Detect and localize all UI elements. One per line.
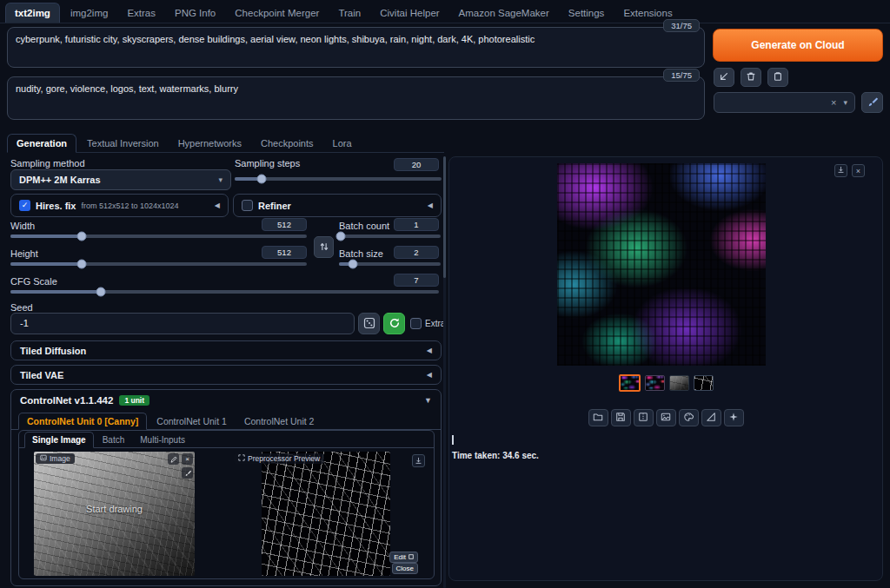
tab-extras[interactable]: Extras [118, 3, 164, 23]
preprocessor-preview-label-text: Preprocessor Preview [248, 454, 320, 463]
tab-amazon-sagemaker[interactable]: Amazon SageMaker [450, 3, 558, 23]
height-slider[interactable] [10, 262, 307, 266]
swap-dimensions-button[interactable] [314, 236, 334, 258]
tab-txt2img[interactable]: txt2img [5, 3, 60, 23]
send-to-inpaint-button[interactable] [679, 409, 699, 426]
gallery-thumbnail-3[interactable] [669, 375, 689, 391]
send-to-img2img-button[interactable] [656, 409, 676, 426]
tab-textual-inversion[interactable]: Textual Inversion [78, 135, 168, 152]
time-taken-text: Time taken: 34.6 sec. [452, 451, 539, 460]
arrow-down-left-icon [719, 71, 729, 83]
controlnet-header[interactable]: ControlNet v1.1.442 1 unit ▼ [11, 390, 441, 411]
batch-size-value[interactable]: 2 [394, 246, 439, 259]
extra-seed-checkbox[interactable] [410, 318, 422, 329]
brush-icon[interactable] [182, 467, 193, 479]
tab-civitai-helper[interactable]: Civitai Helper [371, 3, 448, 23]
open-folder-button[interactable] [588, 409, 608, 426]
prompt-tools [714, 68, 788, 87]
output-toolbar [449, 409, 882, 426]
controlnet-unit-content: Single Image Batch Multi-Inputs Start dr… [18, 430, 435, 579]
save-image-button[interactable] [611, 409, 631, 426]
info-text-cursor [452, 435, 454, 445]
gallery-thumbnail-4[interactable] [694, 375, 714, 391]
left-panel-scrollbar[interactable] [443, 156, 446, 588]
batch-count-value[interactable]: 1 [394, 218, 439, 231]
batch-size-slider[interactable] [339, 262, 441, 266]
prompt-input[interactable]: cyberpunk, futuristic city, skyscrapers,… [7, 27, 705, 68]
reuse-seed-button[interactable] [383, 313, 405, 334]
close-gallery-button[interactable]: × [852, 164, 865, 177]
close-icon[interactable]: × [182, 453, 193, 465]
send-to-extras-button[interactable] [701, 409, 721, 426]
collapse-icon: ◀ [427, 371, 432, 379]
tab-img2img[interactable]: img2img [62, 3, 116, 23]
folder-icon [593, 412, 603, 424]
tab-settings[interactable]: Settings [560, 3, 614, 23]
tab-multi-inputs[interactable]: Multi-Inputs [133, 433, 192, 447]
tab-controlnet-unit-1[interactable]: ControlNet Unit 1 [149, 413, 235, 429]
apply-styles-button[interactable] [767, 68, 788, 87]
gallery-thumbnail-1[interactable] [619, 374, 641, 392]
width-value[interactable]: 512 [262, 218, 307, 231]
collapse-icon[interactable]: ◀ [428, 202, 433, 209]
expand-icon[interactable]: ▼ [424, 396, 432, 405]
height-value[interactable]: 512 [262, 246, 307, 259]
read-params-button[interactable] [714, 68, 734, 87]
image-pane-label-text: Image [50, 454, 70, 463]
clear-style-icon[interactable]: × [831, 97, 836, 108]
tab-lora[interactable]: Lora [324, 135, 361, 152]
tab-generation[interactable]: Generation [7, 134, 76, 153]
clipboard-icon [773, 71, 783, 83]
hires-fix-checkbox[interactable]: ✓ [19, 200, 30, 211]
styles-dropdown[interactable]: × ▾ [714, 92, 855, 113]
negative-prompt-input[interactable]: nudity, gore, violence, logos, text, wat… [7, 76, 705, 120]
download-image-button[interactable] [834, 164, 847, 177]
tab-controlnet-unit-2[interactable]: ControlNet Unit 2 [236, 413, 322, 429]
width-label: Width [10, 221, 35, 231]
generated-image-preview[interactable] [557, 163, 766, 366]
width-slider[interactable] [10, 235, 307, 238]
tiled-diffusion-accordion[interactable]: Tiled Diffusion ◀ [10, 340, 442, 360]
pencil-icon[interactable] [168, 453, 179, 465]
preprocessor-preview-image [262, 452, 390, 576]
controlnet-image-canvas[interactable]: Start drawing × [34, 452, 195, 576]
seed-input[interactable]: -1 [10, 313, 355, 334]
edit-preview-button[interactable]: Edit [389, 552, 418, 563]
seed-label: Seed [10, 302, 33, 313]
tab-batch[interactable]: Batch [96, 433, 132, 447]
clear-prompt-button[interactable] [741, 68, 761, 87]
generate-button[interactable]: Generate on Cloud [713, 29, 883, 62]
check-icon: ✓ [22, 202, 29, 209]
tab-hypernetworks[interactable]: Hypernetworks [169, 135, 250, 152]
tab-checkpoint-merger[interactable]: Checkpoint Merger [226, 3, 328, 23]
edit-styles-button[interactable] [861, 92, 883, 113]
refiner-option[interactable]: Refiner ◀ [233, 194, 442, 217]
image-pane-label: Image [36, 453, 75, 464]
hires-fix-option[interactable]: ✓ Hires. fix from 512x512 to 1024x1024 ◀ [10, 194, 229, 217]
tiled-vae-accordion[interactable]: Tiled VAE ◀ [10, 365, 442, 385]
close-label: Close [396, 565, 414, 572]
height-label: Height [10, 248, 38, 259]
save-zip-button[interactable] [634, 409, 654, 426]
cfg-scale-slider[interactable] [10, 290, 439, 294]
close-preview-button[interactable]: Close [392, 563, 418, 574]
collapse-icon[interactable]: ◀ [215, 202, 220, 209]
sampling-steps-slider[interactable] [235, 177, 442, 181]
refiner-checkbox[interactable] [242, 200, 253, 211]
sampling-steps-value[interactable]: 20 [394, 158, 439, 171]
upscale-button[interactable] [724, 409, 744, 426]
output-panel: × [448, 156, 883, 581]
sampling-method-dropdown[interactable]: DPM++ 2M Karras ▾ [10, 169, 231, 190]
random-seed-button[interactable] [358, 313, 380, 334]
tab-checkpoints[interactable]: Checkpoints [252, 135, 322, 152]
zip-icon [638, 412, 648, 424]
tab-controlnet-unit-0[interactable]: ControlNet Unit 0 [Canny] [18, 413, 147, 430]
tab-png-info[interactable]: PNG Info [166, 3, 224, 23]
batch-count-slider[interactable] [339, 235, 441, 238]
cfg-scale-value[interactable]: 7 [394, 274, 439, 287]
gallery-thumbnail-2[interactable] [645, 375, 665, 391]
tab-train[interactable]: Train [329, 3, 369, 23]
tab-single-image[interactable]: Single Image [24, 432, 94, 448]
controlnet-unit-tabbar: ControlNet Unit 0 [Canny] ControlNet Uni… [11, 411, 441, 430]
download-preview-button[interactable] [412, 454, 425, 467]
